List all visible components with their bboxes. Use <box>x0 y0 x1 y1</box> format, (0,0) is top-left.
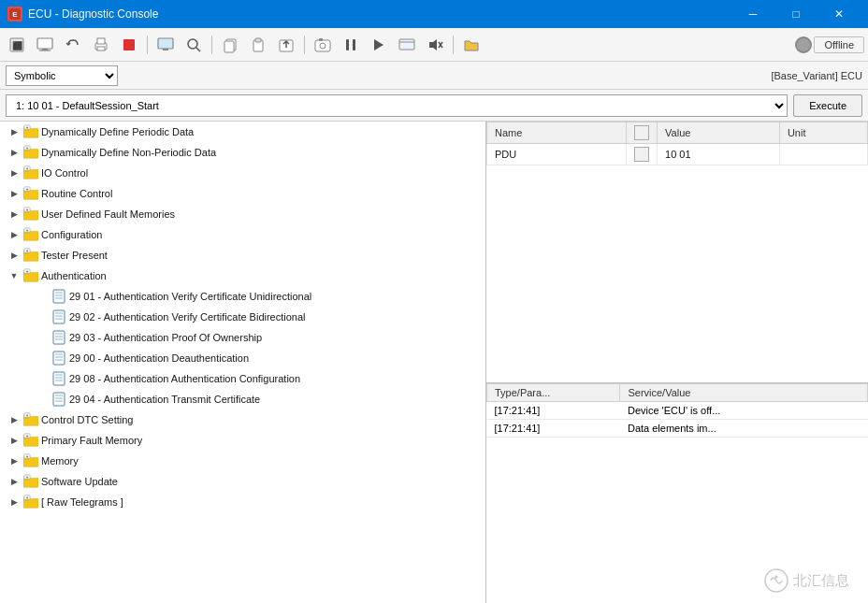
tree-expander-t15[interactable]: ▶ <box>7 413 21 426</box>
tree-expander-t7[interactable]: ▶ <box>7 249 21 262</box>
tree-item-t10[interactable]: 29 02 - Authentication Verify Certificat… <box>0 307 485 327</box>
tb-undo[interactable] <box>60 33 86 57</box>
command-select[interactable]: 1: 10 01 - DefaultSession_Start <box>6 94 788 117</box>
symbol-mode-select[interactable]: Symbolic <box>6 65 118 86</box>
log-table: Type/Para... Service/Value [17:21:41] De… <box>486 383 868 438</box>
tree-expander-t16[interactable]: ▶ <box>7 434 21 447</box>
tree-expander-t19[interactable]: ▶ <box>7 495 21 509</box>
svg-rect-23 <box>319 38 323 41</box>
svg-rect-10 <box>123 39 135 50</box>
tb-pause[interactable] <box>338 33 364 57</box>
tree-item-t9[interactable]: 29 01 - Authentication Verify Certificat… <box>0 286 485 307</box>
svg-text:+: + <box>26 125 29 130</box>
svg-text:+: + <box>26 146 29 151</box>
close-button[interactable]: ✕ <box>817 0 861 28</box>
tb-mute[interactable] <box>422 33 448 57</box>
tree-item-t8[interactable]: ▼ + Authentication <box>0 266 485 286</box>
tree-expander-t12[interactable] <box>36 352 49 365</box>
tb-new[interactable]: ⬛ <box>4 33 30 57</box>
tree-item-t1[interactable]: ▶ + Dynamically Define Periodic Data <box>0 122 485 142</box>
tree-expander-t1[interactable]: ▶ <box>7 125 21 138</box>
sep1 <box>147 36 148 54</box>
tree-item-t13[interactable]: 29 08 - Authentication Authentication Co… <box>0 368 485 389</box>
tree-item-t16[interactable]: ▶ + Primary Fault Memory <box>0 430 485 451</box>
svg-line-14 <box>196 48 200 51</box>
svg-text:+: + <box>26 434 29 438</box>
tree-item-t14[interactable]: 29 04 - Authentication Transmit Certific… <box>0 389 485 409</box>
tb-export[interactable] <box>273 33 299 57</box>
tb-screen2[interactable] <box>394 33 420 57</box>
tree-label: User Defined Fault Memories <box>41 208 175 220</box>
tree-item-t4[interactable]: ▶ + Routine Control <box>0 183 485 204</box>
tree-expander-t14[interactable] <box>36 393 49 406</box>
tree-expander-t4[interactable]: ▶ <box>7 187 21 200</box>
row-checkbox[interactable] <box>634 147 649 162</box>
tree-item-t3[interactable]: ▶ + IO Control <box>0 163 485 183</box>
tb-paste[interactable] <box>245 33 271 57</box>
tb-print[interactable] <box>88 33 114 57</box>
main-area: ▶ + Dynamically Define Periodic Data▶ + … <box>0 122 868 603</box>
tb-screen[interactable] <box>152 33 179 57</box>
tb-next[interactable] <box>366 33 392 57</box>
svg-text:+: + <box>26 208 29 212</box>
folder-service-icon: + <box>23 207 38 222</box>
svg-rect-21 <box>315 40 330 51</box>
tb-copy[interactable] <box>217 33 243 57</box>
log-table-row: [17:21:41] Device 'ECU' is off... <box>487 402 868 420</box>
log-type: [17:21:41] <box>487 402 620 420</box>
doc-icon <box>51 392 66 407</box>
tb-monitor[interactable] <box>32 33 58 57</box>
maximize-button[interactable]: □ <box>774 0 817 28</box>
svg-rect-4 <box>37 38 52 49</box>
folder-service-icon: + <box>23 165 38 180</box>
folder-service-icon: + <box>23 227 38 242</box>
tree-expander-t11[interactable] <box>36 331 49 344</box>
tree-expander-t3[interactable]: ▶ <box>7 166 21 179</box>
tree-item-t18[interactable]: ▶ + Software Update <box>0 471 485 492</box>
folder-service-icon: + <box>23 268 38 283</box>
tree-label: IO Control <box>41 167 88 179</box>
window-controls: ─ □ ✕ <box>731 0 861 28</box>
header-checkbox[interactable] <box>634 125 649 140</box>
tree-item-t5[interactable]: ▶ + User Defined Fault Memories <box>0 204 485 224</box>
tree-expander-t17[interactable]: ▶ <box>7 454 21 467</box>
data-table-area: Name Value Unit PDU 10 01 <box>486 122 868 383</box>
tree-item-t11[interactable]: 29 03 - Authentication Proof Of Ownershi… <box>0 327 485 348</box>
right-panel: Name Value Unit PDU 10 01 <box>486 122 868 603</box>
tree-expander-t5[interactable]: ▶ <box>7 208 21 221</box>
cell-check[interactable] <box>627 144 658 165</box>
cell-unit <box>779 144 867 165</box>
tb-search[interactable] <box>181 33 207 57</box>
col-header-check <box>627 122 658 144</box>
tree-expander-t6[interactable]: ▶ <box>7 228 21 241</box>
tree-item-t15[interactable]: ▶ + Control DTC Setting <box>0 409 485 430</box>
tree-item-t17[interactable]: ▶ + Memory <box>0 451 485 471</box>
col-header-type: Type/Para... <box>487 384 620 402</box>
svg-rect-84 <box>53 393 65 406</box>
svg-rect-80 <box>53 372 65 385</box>
connection-status-label: Offline <box>814 36 864 53</box>
tree-expander-t10[interactable] <box>36 310 49 323</box>
execute-button[interactable]: Execute <box>793 94 862 117</box>
watermark-text: 北汇信息 <box>793 572 849 590</box>
connection-status-indicator <box>795 36 812 53</box>
tree-expander-t13[interactable] <box>36 372 49 385</box>
doc-icon <box>51 371 66 386</box>
doc-icon <box>51 351 66 366</box>
minimize-button[interactable]: ─ <box>731 0 774 28</box>
tree-expander-t9[interactable] <box>36 290 49 303</box>
tb-folder[interactable] <box>458 33 485 57</box>
tree-expander-t8[interactable]: ▼ <box>7 269 21 282</box>
tree-item-t6[interactable]: ▶ + Configuration <box>0 224 485 245</box>
tree-item-t7[interactable]: ▶ + Tester Present <box>0 245 485 266</box>
tree-item-t19[interactable]: ▶ + [ Raw Telegrams ] <box>0 492 485 512</box>
tree-label: 29 08 - Authentication Authentication Co… <box>69 373 300 384</box>
tree-expander-t18[interactable]: ▶ <box>7 475 21 488</box>
tree-item-t2[interactable]: ▶ + Dynamically Define Non-Periodic Data <box>0 142 485 163</box>
tree-expander-t2[interactable]: ▶ <box>7 146 21 159</box>
tree-label: 29 01 - Authentication Verify Certificat… <box>69 291 311 302</box>
tb-camera[interactable] <box>310 33 336 57</box>
tb-stop[interactable] <box>116 33 142 57</box>
svg-text:+: + <box>26 269 29 274</box>
tree-item-t12[interactable]: 29 00 - Authentication Deauthentication <box>0 348 485 368</box>
